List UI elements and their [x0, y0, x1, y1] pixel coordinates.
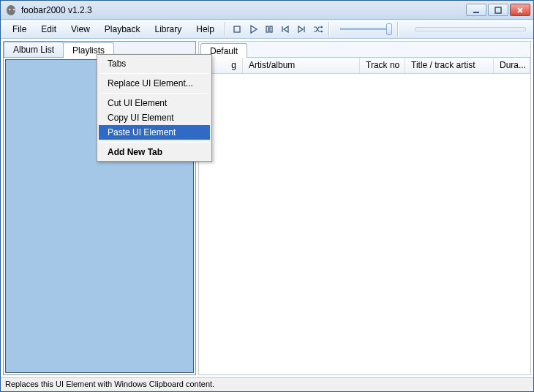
col-artist-album[interactable]: Artist/album	[243, 58, 360, 73]
ctx-paste-ui-element[interactable]: Paste UI Element	[99, 125, 210, 140]
minimize-button[interactable]	[466, 4, 486, 16]
menu-help[interactable]: Help	[189, 21, 222, 37]
toolbar-separator	[225, 22, 226, 37]
svg-rect-2	[234, 26, 240, 32]
maximize-button[interactable]	[488, 4, 508, 16]
menu-library[interactable]: Library	[148, 21, 189, 37]
status-text: Replaces this UI Element with Windows Cl…	[5, 380, 214, 388]
menu-bar: File Edit View Playback Library Help	[1, 20, 533, 39]
play-button[interactable]	[245, 21, 261, 37]
app-icon	[5, 4, 17, 16]
menu-file[interactable]: File	[5, 21, 34, 37]
window-title: foobar2000 v1.2.3	[21, 5, 92, 15]
playback-controls	[229, 21, 326, 37]
ctx-separator	[100, 142, 208, 143]
svg-rect-0	[473, 12, 479, 13]
col-duration[interactable]: Dura...	[494, 58, 530, 73]
ctx-copy-ui-element[interactable]: Copy UI Element	[99, 110, 210, 125]
svg-rect-1	[495, 7, 501, 13]
status-bar: Replaces this UI Element with Windows Cl…	[1, 377, 533, 391]
menu-view[interactable]: View	[64, 21, 97, 37]
title-bar: foobar2000 v1.2.3	[1, 1, 533, 20]
toolbar-separator	[328, 22, 330, 37]
work-area: Album List Playlists Default g Artist/al…	[1, 39, 533, 377]
column-headers: g Artist/album Track no Title / track ar…	[199, 58, 530, 74]
col-title[interactable]: Title / track artist	[405, 58, 494, 73]
context-menu: Tabs Replace UI Element... Cut UI Elemen…	[97, 54, 212, 162]
ctx-replace-ui-element[interactable]: Replace UI Element...	[99, 76, 210, 91]
close-button[interactable]	[510, 4, 530, 16]
ctx-cut-ui-element[interactable]: Cut UI Element	[99, 96, 210, 110]
previous-button[interactable]	[277, 21, 293, 37]
pause-button[interactable]	[261, 21, 277, 37]
tab-album-list[interactable]: Album List	[4, 42, 64, 57]
ctx-add-new-tab[interactable]: Add New Tab	[99, 145, 210, 159]
next-button[interactable]	[293, 21, 309, 37]
track-list[interactable]	[199, 74, 530, 374]
ctx-separator	[100, 93, 208, 94]
ctx-separator	[100, 73, 208, 74]
seek-bar[interactable]	[415, 27, 526, 31]
menu-playback[interactable]: Playback	[97, 21, 148, 37]
toolbar-separator	[397, 22, 399, 37]
random-button[interactable]	[309, 21, 326, 37]
right-tabs: Default	[199, 42, 530, 58]
col-track-no[interactable]: Track no	[360, 58, 405, 73]
ctx-tabs[interactable]: Tabs	[99, 56, 210, 71]
right-panel: Default g Artist/album Track no Title / …	[198, 41, 531, 375]
volume-slider[interactable]	[337, 28, 394, 30]
menu-edit[interactable]: Edit	[34, 21, 64, 37]
stop-button[interactable]	[229, 21, 245, 37]
svg-rect-4	[270, 26, 272, 32]
svg-rect-3	[266, 26, 268, 32]
